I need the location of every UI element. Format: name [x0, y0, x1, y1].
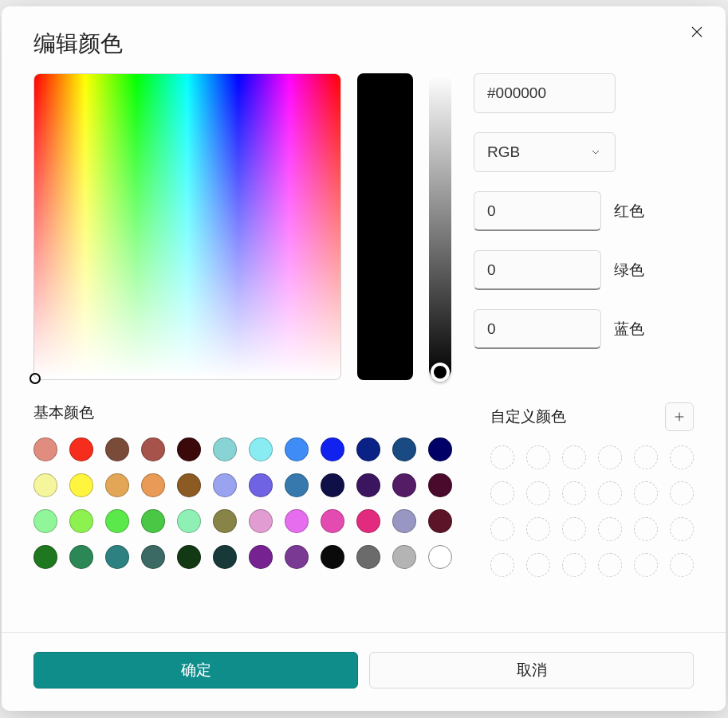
color-model-select[interactable]: RGB [474, 132, 616, 172]
basic-color-swatch[interactable] [285, 437, 309, 461]
custom-color-slot[interactable] [634, 553, 658, 577]
slider-thumb[interactable] [431, 363, 450, 382]
blue-label: 蓝色 [614, 319, 644, 339]
basic-color-swatch[interactable] [428, 545, 452, 569]
basic-color-swatch[interactable] [141, 473, 165, 497]
custom-color-slot[interactable] [526, 553, 550, 577]
basic-color-swatch[interactable] [285, 473, 309, 497]
dialog-title: 编辑颜色 [2, 6, 726, 73]
chevron-down-icon [589, 146, 602, 159]
basic-color-swatch[interactable] [321, 437, 344, 461]
green-label: 绿色 [614, 260, 644, 281]
close-icon [690, 25, 704, 39]
custom-color-slot[interactable] [526, 445, 550, 469]
basic-color-swatch[interactable] [33, 509, 57, 533]
basic-color-swatch[interactable] [177, 473, 201, 497]
custom-color-slot[interactable] [526, 517, 550, 541]
blue-input[interactable] [474, 309, 601, 349]
custom-color-slot[interactable] [490, 553, 514, 577]
basic-color-swatch[interactable] [249, 545, 273, 569]
red-label: 红色 [614, 201, 644, 222]
custom-color-slot[interactable] [526, 481, 550, 505]
custom-color-slot[interactable] [670, 445, 694, 469]
cancel-button[interactable]: 取消 [369, 652, 694, 689]
red-input[interactable] [474, 191, 601, 231]
basic-color-swatch[interactable] [285, 509, 309, 533]
custom-color-grid [490, 445, 694, 577]
custom-color-slot[interactable] [562, 517, 586, 541]
basic-color-swatch[interactable] [105, 473, 129, 497]
basic-colors-label: 基本颜色 [33, 402, 94, 423]
custom-color-slot[interactable] [562, 553, 586, 577]
picker-cursor[interactable] [30, 373, 41, 384]
basic-color-swatch[interactable] [33, 545, 57, 569]
basic-color-swatch[interactable] [356, 437, 380, 461]
hue-saturation-picker[interactable] [33, 73, 341, 380]
basic-color-swatch[interactable] [177, 437, 201, 461]
custom-color-slot[interactable] [670, 481, 694, 505]
plus-icon [673, 410, 686, 423]
basic-color-swatch[interactable] [321, 509, 344, 533]
basic-color-swatch[interactable] [105, 437, 129, 461]
custom-color-slot[interactable] [490, 445, 514, 469]
ok-button[interactable]: 确定 [33, 652, 358, 689]
custom-color-slot[interactable] [670, 553, 694, 577]
basic-color-swatch[interactable] [321, 473, 344, 497]
basic-color-swatch[interactable] [213, 545, 237, 569]
custom-color-slot[interactable] [598, 517, 622, 541]
basic-color-swatch[interactable] [69, 509, 93, 533]
custom-color-slot[interactable] [670, 517, 694, 541]
basic-color-swatch[interactable] [33, 473, 57, 497]
custom-color-slot[interactable] [598, 445, 622, 469]
basic-color-swatch[interactable] [213, 473, 237, 497]
basic-color-swatch[interactable] [356, 509, 380, 533]
basic-color-swatch[interactable] [141, 437, 165, 461]
custom-colors-label: 自定义颜色 [490, 406, 566, 427]
basic-color-swatch[interactable] [321, 545, 344, 569]
basic-color-swatch[interactable] [249, 437, 273, 461]
basic-color-grid [33, 437, 458, 569]
basic-color-swatch[interactable] [428, 509, 452, 533]
custom-color-slot[interactable] [598, 553, 622, 577]
custom-color-slot[interactable] [562, 445, 586, 469]
hex-input[interactable] [474, 73, 616, 113]
color-model-value: RGB [487, 143, 520, 161]
basic-color-swatch[interactable] [356, 473, 380, 497]
custom-color-slot[interactable] [634, 445, 658, 469]
custom-color-slot[interactable] [562, 481, 586, 505]
color-editor-dialog: 编辑颜色 RGB 红色 [2, 6, 726, 711]
basic-color-swatch[interactable] [249, 509, 273, 533]
basic-color-swatch[interactable] [356, 545, 380, 569]
custom-color-slot[interactable] [490, 517, 514, 541]
basic-color-swatch[interactable] [392, 437, 416, 461]
color-preview [357, 73, 413, 380]
basic-color-swatch[interactable] [392, 509, 416, 533]
basic-color-swatch[interactable] [428, 473, 452, 497]
basic-color-swatch[interactable] [141, 509, 165, 533]
basic-color-swatch[interactable] [69, 473, 93, 497]
basic-color-swatch[interactable] [428, 437, 452, 461]
basic-color-swatch[interactable] [392, 473, 416, 497]
basic-color-swatch[interactable] [392, 545, 416, 569]
basic-color-swatch[interactable] [69, 437, 93, 461]
close-button[interactable] [687, 22, 706, 41]
basic-color-swatch[interactable] [213, 509, 237, 533]
basic-color-swatch[interactable] [69, 545, 93, 569]
custom-color-slot[interactable] [598, 481, 622, 505]
basic-color-swatch[interactable] [105, 545, 129, 569]
custom-color-slot[interactable] [634, 481, 658, 505]
basic-color-swatch[interactable] [177, 545, 201, 569]
custom-color-slot[interactable] [490, 481, 514, 505]
basic-color-swatch[interactable] [33, 437, 57, 461]
add-custom-color-button[interactable] [665, 402, 694, 431]
basic-color-swatch[interactable] [249, 473, 273, 497]
basic-color-swatch[interactable] [177, 509, 201, 533]
basic-color-swatch[interactable] [105, 509, 129, 533]
basic-color-swatch[interactable] [285, 545, 309, 569]
basic-color-swatch[interactable] [213, 437, 237, 461]
green-input[interactable] [474, 250, 601, 290]
basic-color-swatch[interactable] [141, 545, 165, 569]
custom-color-slot[interactable] [634, 517, 658, 541]
value-slider[interactable] [429, 73, 451, 380]
